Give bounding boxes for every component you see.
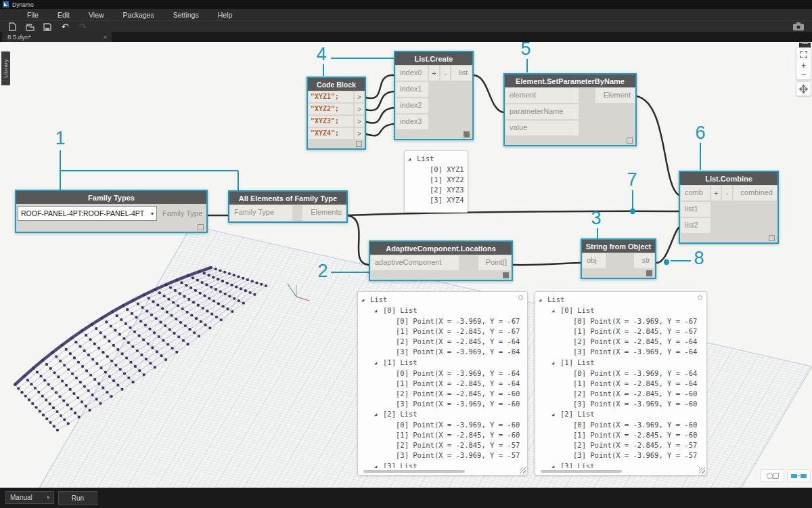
menu-edit[interactable]: Edit <box>48 11 79 19</box>
port-input-comb[interactable]: comb <box>681 186 710 200</box>
node-element-setparameterbyname[interactable]: Element.SetParameterByName element Eleme… <box>503 73 637 146</box>
menu-help[interactable]: Help <box>208 11 242 19</box>
preview-checkbox[interactable] <box>464 131 470 137</box>
watch-line-text: List <box>370 295 387 303</box>
redo-icon[interactable]: ↷ <box>77 22 88 32</box>
port-input-index0[interactable]: index0 <box>396 66 428 81</box>
zoom-out-button[interactable]: − <box>801 70 806 79</box>
port-output-list[interactable]: list <box>451 66 472 81</box>
node-title[interactable]: All Elements of Family Type <box>229 192 346 205</box>
port-output-2[interactable]: > <box>355 116 364 127</box>
port-input-obj[interactable]: obj <box>583 253 606 268</box>
node-string-from-object[interactable]: String from Object obj str <box>581 238 656 279</box>
port-output-3[interactable]: > <box>355 128 364 139</box>
node-code-block[interactable]: Code Block "XYZ1";> "XYZ2";> "XYZ3";> "X… <box>307 77 366 150</box>
preview-checkbox[interactable] <box>198 224 204 230</box>
port-input-index3[interactable]: index3 <box>396 114 428 129</box>
code-line[interactable]: "XYZ3"; <box>309 116 353 127</box>
camera-icon[interactable] <box>793 22 804 31</box>
node-title[interactable]: List.Combine <box>680 172 777 185</box>
port-input-list1[interactable]: list1 <box>681 202 710 217</box>
node-title[interactable]: Code Block <box>308 78 365 91</box>
save-icon[interactable] <box>42 22 53 32</box>
menu-packages[interactable]: Packages <box>114 11 164 19</box>
fit-view-button[interactable] <box>800 49 807 61</box>
port-output-combined[interactable]: combined <box>734 186 777 200</box>
resize-grip[interactable] <box>520 467 526 473</box>
code-line[interactable]: "XYZ1"; <box>309 91 353 102</box>
horizontal-scrollbar[interactable] <box>363 470 465 473</box>
port-output-family-type[interactable]: Family Type <box>158 204 206 223</box>
run-button[interactable]: Run <box>58 491 97 505</box>
port-input-element[interactable]: element <box>505 88 579 103</box>
node-title[interactable]: String from Object <box>582 240 655 253</box>
expander-icon[interactable]: ◢ <box>374 462 383 469</box>
port-input-parametername[interactable]: parameterName <box>505 104 579 119</box>
expander-icon[interactable]: ◢ <box>551 410 560 420</box>
pin-icon[interactable] <box>518 295 523 300</box>
code-line[interactable]: "XYZ4"; <box>309 128 353 139</box>
menu-settings[interactable]: Settings <box>164 11 208 19</box>
preview-checkbox[interactable] <box>769 235 775 241</box>
node-adaptivecomponent-locations[interactable]: AdaptiveComponent.Locations adaptiveComp… <box>369 240 513 281</box>
tab-close-icon[interactable]: × <box>104 34 112 41</box>
node-title[interactable]: Family Types <box>16 191 206 204</box>
node-family-types[interactable]: Family Types ROOF-PANEL-4PT:ROOF-PANEL-4… <box>15 190 208 233</box>
resize-grip[interactable] <box>699 467 705 473</box>
port-input-adaptivecomponent[interactable]: adaptiveComponent <box>371 255 459 270</box>
port-output-element[interactable]: Element <box>595 88 635 103</box>
port-output-0[interactable]: > <box>355 91 364 102</box>
open-file-icon[interactable] <box>24 22 35 32</box>
menu-view[interactable]: View <box>79 11 114 19</box>
add-input-button[interactable]: + <box>429 66 439 81</box>
remove-input-button[interactable]: - <box>441 66 451 81</box>
pan-button[interactable] <box>796 81 811 96</box>
expander-icon[interactable]: ◢ <box>374 358 383 368</box>
expander-icon[interactable]: ◢ <box>374 306 383 316</box>
new-file-icon[interactable] <box>7 22 18 32</box>
port-input-list2[interactable]: list2 <box>681 218 710 233</box>
node-list-combine[interactable]: List.Combine comb + - combined list1 lis… <box>679 171 779 244</box>
port-output-elements[interactable]: Elements <box>302 205 346 221</box>
menu-file[interactable]: File <box>18 11 48 19</box>
port-input-index1[interactable]: index1 <box>396 82 428 97</box>
geometry-view-toggle[interactable] <box>761 469 784 482</box>
node-title[interactable]: AdaptiveComponent.Locations <box>370 242 512 255</box>
node-all-elements-of-family-type[interactable]: All Elements of Family Type Family Type … <box>228 190 348 223</box>
run-mode-select[interactable]: Manual ▾ <box>5 491 54 504</box>
node-title[interactable]: Element.SetParameterByName <box>505 75 635 87</box>
port-output-point-array[interactable]: Point[] <box>478 255 511 270</box>
expander-icon[interactable]: ◢ <box>361 295 370 305</box>
expander-icon[interactable]: ◢ <box>551 306 560 316</box>
watch-bubble-left[interactable]: ◢List◢[0] List[0] Point(X = -3.969, Y = … <box>357 291 528 475</box>
graph-view-toggle[interactable] <box>787 469 811 482</box>
tab-current-file[interactable]: 8.5.dyn* × <box>2 32 112 42</box>
port-output-str[interactable]: str <box>634 253 654 268</box>
port-input-family-type[interactable]: Family Type <box>230 205 292 221</box>
undo-icon[interactable]: ↶ <box>60 22 70 32</box>
pin-icon[interactable] <box>698 295 702 300</box>
port-output-1[interactable]: > <box>355 104 364 114</box>
port-input-value[interactable]: value <box>505 121 579 135</box>
remove-input-button[interactable]: - <box>722 186 731 200</box>
node-list-create[interactable]: List.Create index0 + - list index1 index… <box>394 51 474 140</box>
family-type-dropdown[interactable]: ROOF-PANEL-4PT:ROOF-PANEL-4PT ▾ <box>18 206 157 221</box>
node-title[interactable]: List.Create <box>395 52 472 65</box>
zoom-in-button[interactable]: + <box>801 62 806 70</box>
preview-checkbox[interactable] <box>627 137 633 144</box>
expander-icon[interactable]: ◢ <box>539 295 547 305</box>
code-line[interactable]: "XYZ2"; <box>309 104 353 114</box>
library-panel-tab[interactable]: Library <box>1 51 10 85</box>
preview-checkbox[interactable] <box>356 141 362 147</box>
expander-icon[interactable]: ◢ <box>408 154 417 165</box>
add-input-button[interactable]: + <box>711 186 721 200</box>
expander-icon[interactable]: ◢ <box>374 410 383 420</box>
horizontal-scrollbar[interactable] <box>541 470 622 473</box>
expander-icon[interactable]: ◢ <box>551 358 560 368</box>
preview-checkbox[interactable] <box>646 270 652 276</box>
preview-checkbox[interactable] <box>503 272 509 278</box>
expander-icon[interactable]: ◢ <box>551 462 560 469</box>
preview-bubble-list-create[interactable]: ◢List[0] XYZ1[1] XYZ2[2] XYZ3[3] XYZ4 <box>404 150 468 213</box>
port-input-index2[interactable]: index2 <box>396 98 428 113</box>
watch-bubble-right[interactable]: ◢List◢[0] List[0] Point(X = -3.969, Y = … <box>535 291 707 475</box>
